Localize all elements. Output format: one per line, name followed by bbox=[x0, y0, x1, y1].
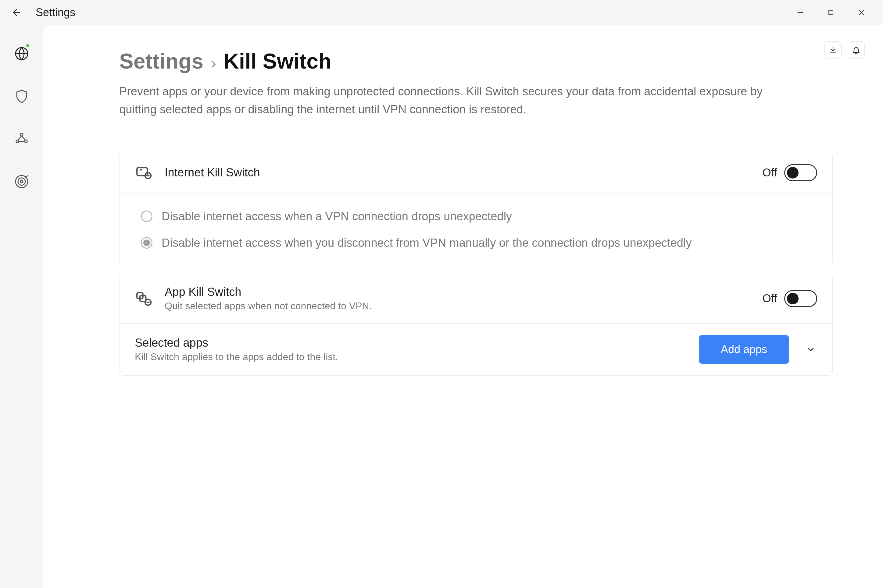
chevron-down-icon bbox=[806, 345, 815, 354]
cards-container: Internet Kill Switch Off Disable interne… bbox=[119, 152, 833, 376]
svg-point-7 bbox=[25, 140, 27, 143]
internet-killswitch-card: Internet Kill Switch Off Disable interne… bbox=[119, 152, 833, 266]
maximize-button[interactable] bbox=[815, 3, 846, 22]
radio-icon bbox=[141, 210, 152, 222]
app-killswitch-header: App Kill Switch Quit selected apps when … bbox=[119, 274, 832, 323]
page-description: Prevent apps or your device from making … bbox=[119, 82, 790, 118]
globe-icon bbox=[14, 46, 29, 61]
app-killswitch-toggle-label: Off bbox=[763, 292, 777, 305]
killswitch-option-2-label: Disable internet access when you disconn… bbox=[162, 236, 692, 249]
internet-killswitch-header: Internet Kill Switch Off bbox=[119, 152, 832, 193]
switch-knob-icon bbox=[787, 167, 799, 178]
sidebar-item-darkweb[interactable] bbox=[11, 171, 32, 192]
back-button[interactable] bbox=[6, 3, 25, 22]
shield-icon bbox=[14, 89, 29, 104]
internet-killswitch-options: Disable internet access when a VPN conne… bbox=[119, 193, 832, 266]
selected-apps-title: Selected apps bbox=[135, 336, 338, 350]
internet-killswitch-icon bbox=[135, 164, 152, 182]
content-panel: Settings › Kill Switch Prevent apps or y… bbox=[43, 25, 883, 588]
window-title: Settings bbox=[36, 6, 75, 19]
radio-icon-selected bbox=[141, 237, 152, 249]
selected-apps-text: Selected apps Kill Switch applies to the… bbox=[135, 336, 338, 363]
app-killswitch-icon bbox=[135, 290, 152, 308]
selected-apps-row: Selected apps Kill Switch applies to the… bbox=[119, 323, 832, 375]
add-apps-button[interactable]: Add apps bbox=[699, 335, 789, 364]
window-controls bbox=[785, 3, 877, 22]
killswitch-option-2[interactable]: Disable internet access when you disconn… bbox=[141, 236, 817, 249]
target-icon bbox=[14, 174, 29, 189]
expand-selected-apps[interactable] bbox=[804, 343, 817, 356]
internet-killswitch-toggle[interactable] bbox=[784, 164, 817, 181]
killswitch-option-1-label: Disable internet access when a VPN conne… bbox=[162, 210, 512, 223]
svg-point-10 bbox=[20, 180, 23, 183]
sidebar-item-shield[interactable] bbox=[11, 86, 32, 107]
minimize-button[interactable] bbox=[785, 3, 815, 22]
svg-point-6 bbox=[16, 140, 19, 143]
close-button[interactable] bbox=[846, 3, 877, 22]
breadcrumb-parent[interactable]: Settings bbox=[119, 49, 203, 74]
internet-killswitch-toggle-label: Off bbox=[763, 166, 777, 179]
internet-killswitch-title: Internet Kill Switch bbox=[165, 166, 260, 179]
app-killswitch-text: App Kill Switch Quit selected apps when … bbox=[165, 285, 372, 312]
notifications-button[interactable] bbox=[848, 41, 865, 58]
mesh-icon bbox=[14, 132, 29, 146]
killswitch-option-1[interactable]: Disable internet access when a VPN conne… bbox=[141, 210, 817, 223]
sidebar-item-connection[interactable] bbox=[11, 43, 32, 64]
switch-knob-icon bbox=[787, 293, 799, 304]
selected-apps-subtitle: Kill Switch applies to the apps added to… bbox=[135, 351, 338, 363]
app-killswitch-card: App Kill Switch Quit selected apps when … bbox=[119, 274, 833, 376]
app-body: Settings › Kill Switch Prevent apps or y… bbox=[0, 25, 883, 588]
connection-status-dot bbox=[26, 44, 30, 48]
titlebar: Settings bbox=[0, 0, 883, 25]
topbar-actions bbox=[824, 41, 865, 58]
svg-point-9 bbox=[18, 178, 25, 185]
download-button[interactable] bbox=[824, 41, 841, 58]
app-killswitch-toggle[interactable] bbox=[784, 290, 817, 307]
breadcrumb-separator: › bbox=[211, 53, 216, 72]
svg-point-5 bbox=[20, 134, 23, 136]
download-icon bbox=[829, 46, 837, 54]
sidebar bbox=[0, 25, 43, 588]
breadcrumb-current: Kill Switch bbox=[224, 49, 331, 74]
breadcrumb: Settings › Kill Switch bbox=[119, 49, 861, 74]
app-killswitch-title: App Kill Switch bbox=[165, 285, 372, 298]
svg-rect-1 bbox=[829, 10, 833, 15]
app-killswitch-subtitle: Quit selected apps when not connected to… bbox=[165, 300, 372, 312]
bell-icon bbox=[852, 46, 860, 54]
sidebar-item-meshnet[interactable] bbox=[11, 128, 32, 150]
app-window: Settings bbox=[0, 0, 883, 588]
